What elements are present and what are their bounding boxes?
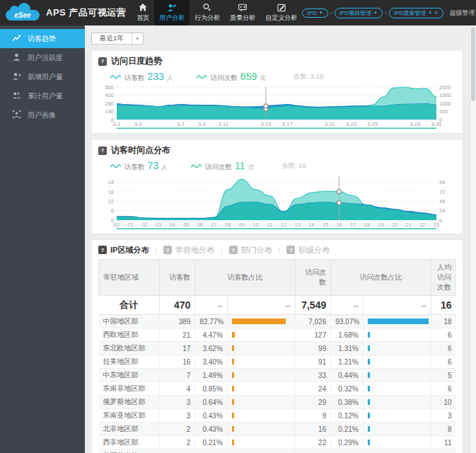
scrollbar-thumb[interactable] (471, 27, 475, 101)
distribution-table: 常驻地区域 访客数 访客数占比 访问次数 访问次数占比 人均访问次数 合计 47… (98, 259, 456, 453)
table-row: 东南非地区部 4 0.85% 24 0.32% 6 (99, 382, 456, 396)
app-title: APS 产品可视运营 (46, 6, 126, 19)
visitors-share-bar (232, 345, 234, 351)
nav-home[interactable]: 首页 (132, 0, 154, 25)
username: 超级管理员 (450, 8, 476, 18)
svg-text:3-7: 3-7 (177, 121, 185, 127)
visitors-share-bar (232, 386, 234, 391)
wave-icon (110, 74, 122, 80)
col-visits: 访问次数 (295, 260, 331, 296)
svg-text:140: 140 (105, 108, 114, 115)
sidebar-item-users[interactable]: 累计用户量 (0, 86, 85, 105)
nav-user-analysis[interactable]: 用户分析 (154, 0, 190, 25)
svg-text:21: 21 (406, 222, 412, 228)
svg-text:14: 14 (308, 222, 314, 228)
table-row: 俄罗斯地区部 3 0.64% 29 0.38% 10 (99, 396, 456, 409)
help-icon[interactable]: ? (98, 57, 107, 66)
table-header-row: 常驻地区域 访客数 访客数占比 访问次数 访问次数占比 人均访问次数 (99, 260, 456, 296)
time-range-select[interactable]: 最近1年 ▼ (91, 33, 144, 45)
svg-text:6: 6 (111, 207, 114, 214)
svg-text:23: 23 (434, 222, 439, 228)
sidebar-item-trend[interactable]: 访客趋势 (0, 29, 85, 48)
svg-text:15: 15 (323, 222, 328, 228)
table-row: 美国代表处 2 0.21% 6 0.08% 3 (99, 449, 456, 453)
svg-text:3-17: 3-17 (282, 121, 293, 127)
legend-item[interactable]: 访客数 73 人 (110, 160, 168, 172)
svg-text:17: 17 (350, 222, 356, 228)
tab-3[interactable]: ? 职级分布 (286, 245, 330, 256)
visitors-share-bar (232, 332, 235, 338)
visits-share-bar (368, 413, 370, 418)
breadcrumb-separator: › (385, 9, 387, 16)
visitors-share-bar (232, 426, 234, 432)
visits-share-bar (368, 399, 370, 405)
scrollbar[interactable] (470, 25, 476, 453)
portrait-icon (12, 110, 21, 120)
help-icon[interactable]: ? (98, 246, 107, 254)
svg-text:0: 0 (439, 217, 442, 224)
svg-text:07: 07 (211, 222, 216, 228)
svg-text:02: 02 (141, 222, 147, 228)
svg-text:3-29: 3-29 (410, 121, 420, 127)
visitors-share-bar (232, 359, 234, 365)
daily-trend-chart[interactable]: 001405002801000420150056020003-13-33-73-… (98, 84, 458, 129)
esee-logo[interactable]: eSee (6, 5, 40, 21)
table-row: 东北欧地区部 17 3.62% 99 1.31% 6 (99, 342, 456, 355)
logo-text: eSee (6, 11, 40, 19)
nav-custom[interactable]: 自定义分析 (260, 0, 302, 25)
visits-share-bar (368, 426, 370, 432)
svg-text:20: 20 (392, 222, 397, 228)
svg-text:3-25: 3-25 (367, 121, 378, 127)
svg-text:18: 18 (364, 222, 370, 228)
legend-item[interactable]: 访问次数 11 次 (190, 160, 255, 172)
breadcrumb-item[interactable]: IPD质量管理▼× (389, 8, 443, 18)
wave-icon (110, 163, 122, 169)
svg-text:09: 09 (239, 222, 245, 228)
chevron-down-icon[interactable]: ▼ (373, 11, 378, 15)
chevron-down-icon[interactable]: ▼ (428, 11, 432, 15)
chevron-down-icon[interactable]: ▼ (132, 33, 143, 44)
wave-icon (196, 74, 208, 80)
visits-share-bar (368, 332, 370, 338)
svg-text:11: 11 (267, 222, 272, 228)
svg-text:3-11: 3-11 (218, 121, 228, 127)
nav-quality[interactable]: 质量分析 (225, 0, 260, 25)
table-row: 西非地区部 2 0.21% 22 0.29% 11 (99, 436, 456, 449)
daily-legend: 访客数 233 人 访问次数 659 次当前: 3-15 (110, 70, 456, 84)
breadcrumb-item[interactable]: IPD▼ (302, 8, 327, 18)
close-icon[interactable]: × (434, 10, 438, 16)
svg-text:3-15: 3-15 (260, 121, 271, 127)
table-row: 东南亚地区部 3 0.43% 9 0.12% 3 (99, 409, 456, 423)
table-row: 拉美地区部 16 3.40% 91 1.21% 6 (99, 355, 456, 369)
nav-behavior[interactable]: 行为分析 (190, 0, 225, 25)
svg-text:3-1: 3-1 (113, 121, 121, 127)
help-icon[interactable]: ? (229, 246, 238, 254)
sidebar-item-user[interactable]: 用户活跃度 (0, 48, 85, 67)
svg-text:03: 03 (156, 222, 161, 228)
tab-separator: | (221, 246, 223, 254)
legend-item[interactable]: 访客数 233 人 (110, 71, 173, 83)
distribution-card: ? IP区域分布| ? 常驻地分布| ? 部门分布| ? 职级分布 常驻地区域 … (91, 239, 463, 453)
help-icon[interactable]: ? (286, 246, 295, 254)
user-icon (12, 52, 21, 63)
help-icon[interactable]: ? (163, 246, 172, 254)
legend-item[interactable]: 访问次数 659 次 (196, 71, 266, 83)
svg-text:08: 08 (225, 222, 231, 228)
help-icon[interactable]: ? (98, 147, 107, 155)
chevron-down-icon[interactable]: ▼ (319, 11, 323, 15)
tab-0[interactable]: ? IP区域分布 (98, 245, 149, 256)
range-label: 最近1年 (92, 33, 132, 44)
sidebar: 访客趋势 用户活跃度 新增用户量 累计用户量 用户画像 (0, 25, 85, 453)
hourly-distribution-chart[interactable]: 0062412481872249600010203040506070809101… (98, 173, 458, 229)
behavior-icon (202, 3, 212, 12)
svg-text:96: 96 (439, 179, 445, 185)
breadcrumb-item[interactable]: IPD项目管理▼ (335, 8, 383, 18)
svg-text:13: 13 (294, 222, 300, 228)
sidebar-item-portrait[interactable]: 用户画像 (0, 105, 85, 125)
visitors-share-bar (232, 440, 234, 445)
svg-text:48: 48 (439, 198, 445, 205)
sidebar-item-user-plus[interactable]: 新增用户量 (0, 67, 85, 86)
custom-icon (277, 3, 286, 12)
tab-2[interactable]: ? 部门分布 (229, 245, 272, 256)
tab-1[interactable]: ? 常驻地分布 (163, 245, 214, 256)
